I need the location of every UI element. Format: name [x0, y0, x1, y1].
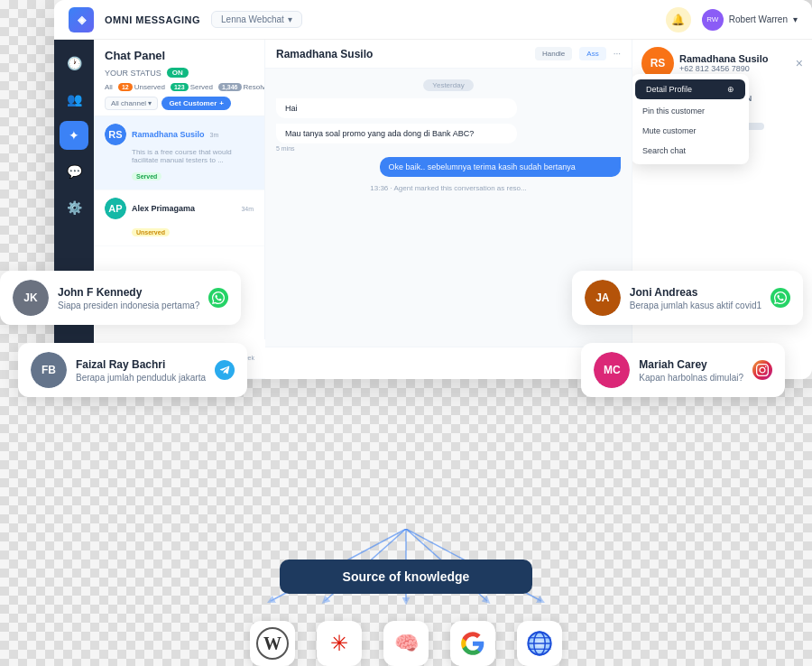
- app-header: ◈ OMNI MESSAGING Lenna Webchat ▾ 🔔 RW Ro…: [54, 0, 812, 40]
- float-avatar-mariah: MC: [594, 352, 630, 388]
- assign-button[interactable]: Ass: [579, 47, 605, 60]
- tab-unserved[interactable]: 12 Unserved: [118, 83, 165, 91]
- message-bubble: Oke baik.. sebelumnya terima kasih sudah…: [380, 157, 621, 177]
- chat-preview: This is a free course that would facilit…: [105, 148, 254, 164]
- google-icon[interactable]: [450, 621, 495, 666]
- chat-avatar: RS: [105, 124, 126, 145]
- panel-name: Ramadhana Susilo: [679, 53, 768, 64]
- app-body: 🕐 👥 ✦ 💬 ⚙️ Chat Panel YOUR STATUS ON All: [54, 40, 812, 379]
- dropdown-pin-customer[interactable]: Pin this customer: [632, 101, 749, 121]
- chat-avatar: AP: [105, 198, 126, 219]
- sidebar-icon-messages[interactable]: 💬: [60, 157, 88, 186]
- main-chat-header: Ramadhana Susilo Handle Ass ···: [265, 40, 632, 69]
- app-title: OMNI MESSAGING: [105, 14, 200, 25]
- message-text: Mau tanya soal promo yang ada dong di Ba…: [276, 124, 517, 143]
- whatsapp-icon: [770, 288, 790, 308]
- instagram-icon: [752, 360, 772, 380]
- close-button[interactable]: ×: [796, 56, 803, 70]
- chat-item[interactable]: AP Alex Primagama 34m Unserved: [94, 190, 264, 246]
- user-profile[interactable]: RW Robert Warren ▾: [702, 9, 798, 31]
- float-card-mariah: MC Mariah Carey Kapan harbolnas dimulai?: [581, 343, 785, 397]
- chat-panel-title: Chat Panel: [105, 49, 254, 62]
- sidebar-icon-settings[interactable]: ⚙️: [60, 193, 88, 222]
- float-card-john: JK John F Kennedy Siapa presiden indones…: [0, 271, 241, 325]
- message-bubble: Mau tanya soal promo yang ada dong di Ba…: [276, 124, 517, 152]
- date-divider: Yesterday: [423, 79, 473, 91]
- float-card-joni: JA Joni Andreas Berapa jumlah kasus akti…: [572, 271, 803, 325]
- sidebar-icon-contacts[interactable]: 👥: [60, 85, 88, 114]
- contact-name: Ramadhana Susilo: [276, 48, 528, 60]
- conversation-status: 13:36 · Agent marked this conversation a…: [276, 184, 621, 192]
- float-message: Kapan harbolnas dimulai?: [639, 373, 743, 383]
- float-avatar-joni: JA: [585, 280, 621, 316]
- float-name: Joni Andreas: [630, 286, 761, 299]
- tab-resolved[interactable]: 1,346 Resolved: [218, 83, 265, 91]
- sok-label: Source of knowledge: [343, 569, 470, 584]
- app-logo: ◈: [69, 7, 94, 32]
- float-card-faizal: FB Faizal Ray Bachri Berapa jumlah pendu…: [18, 343, 247, 397]
- float-name: John F Kennedy: [58, 286, 199, 299]
- tab-all[interactable]: All: [105, 83, 113, 91]
- status-badge: ON: [167, 68, 189, 78]
- telegram-icon: [215, 360, 235, 380]
- left-sidebar: 🕐 👥 ✦ 💬 ⚙️: [54, 40, 94, 379]
- channel-select[interactable]: All channel ▾: [105, 97, 158, 110]
- chat-input-area[interactable]: [265, 347, 632, 379]
- panel-phone: +62 812 3456 7890: [679, 64, 768, 73]
- user-avatar: RW: [702, 9, 724, 31]
- get-customer-button[interactable]: Get Customer +: [161, 97, 231, 110]
- float-avatar-john: JK: [13, 280, 49, 316]
- chat-name: Ramadhana Susilo: [132, 130, 205, 139]
- chat-name: Alex Primagama: [132, 204, 235, 213]
- chat-status-badge: Unserved: [132, 228, 170, 236]
- sidebar-icon-history[interactable]: 🕐: [60, 49, 88, 78]
- chat-list: RS Ramadhana Susilo 3m This is a free co…: [94, 116, 264, 379]
- chat-status-badge: Served: [132, 172, 161, 180]
- message-bubble: Hai: [276, 98, 517, 118]
- chat-panel: Chat Panel YOUR STATUS ON All 12 Unserve…: [94, 40, 265, 379]
- tab-served[interactable]: 123 Served: [171, 83, 213, 91]
- knowledge-icons: W ✳ 🧠: [250, 621, 562, 666]
- notification-bell[interactable]: 🔔: [666, 7, 691, 32]
- wolfram-icon[interactable]: ✳: [317, 621, 362, 666]
- main-chat: Ramadhana Susilo Handle Ass ··· Yesterda…: [265, 40, 632, 379]
- message-text: Hai: [276, 98, 517, 118]
- source-of-knowledge-banner: Source of knowledge: [280, 560, 532, 594]
- web-globe-icon[interactable]: [517, 621, 562, 666]
- whatsapp-icon: [208, 288, 228, 308]
- right-panel: Detail Profile ⊕ Pin this customer Mute …: [632, 40, 812, 379]
- ai-brain-icon[interactable]: 🧠: [383, 621, 429, 666]
- float-message: Siapa presiden indonesia pertama?: [58, 301, 199, 310]
- float-message: Berapa jumlah kasus aktif covid1: [630, 301, 761, 310]
- wikipedia-icon[interactable]: W: [250, 621, 295, 666]
- handle-button[interactable]: Handle: [535, 47, 572, 60]
- chat-panel-header: Chat Panel YOUR STATUS ON All 12 Unserve…: [94, 40, 264, 116]
- tab-counts: All 12 Unserved 123 Served 1,346 Resolve…: [105, 83, 254, 91]
- message-text: Oke baik.. sebelumnya terima kasih sudah…: [380, 157, 621, 177]
- chat-item[interactable]: RS Ramadhana Susilo 3m This is a free co…: [94, 116, 264, 190]
- dropdown-menu: Detail Profile ⊕ Pin this customer Mute …: [632, 74, 749, 164]
- dropdown-mute-customer[interactable]: Mute customer: [632, 121, 749, 141]
- float-avatar-faizal: FB: [31, 352, 67, 388]
- dropdown-detail-profile[interactable]: Detail Profile ⊕: [635, 79, 745, 99]
- float-name: Mariah Carey: [639, 358, 743, 371]
- filter-row: All channel ▾ Get Customer +: [105, 97, 254, 110]
- float-name: Faizal Ray Bachri: [76, 358, 206, 371]
- sidebar-icon-chat[interactable]: ✦: [60, 121, 88, 150]
- dropdown-search-chat[interactable]: Search chat: [632, 141, 749, 161]
- channel-dropdown[interactable]: Lenna Webchat ▾: [211, 11, 302, 28]
- float-message: Berapa jumlah penduduk jakarta: [76, 373, 206, 383]
